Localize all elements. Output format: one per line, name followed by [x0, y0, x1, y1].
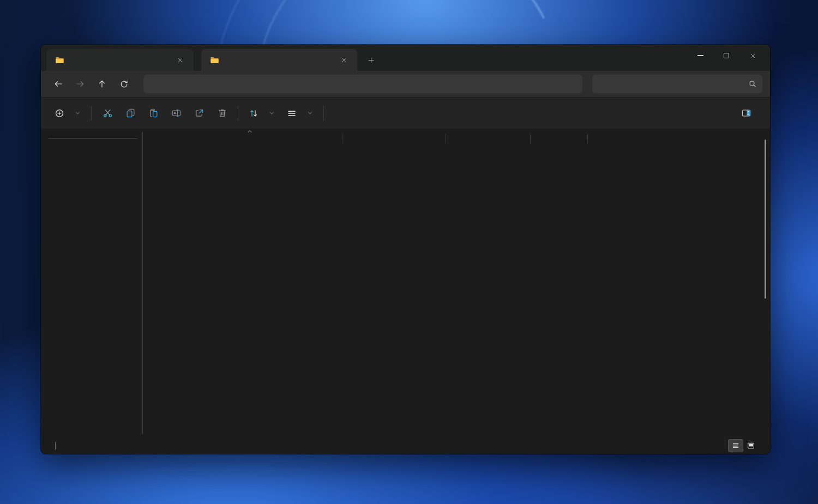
address-bar[interactable]	[143, 75, 582, 93]
details-view-toggle[interactable]	[729, 440, 743, 452]
chevron-down-icon	[75, 110, 81, 116]
search-icon[interactable]	[748, 80, 757, 88]
column-header-size[interactable]	[531, 129, 588, 148]
sidebar-divider	[49, 138, 137, 139]
desktop-wallpaper	[0, 0, 818, 504]
command-bar	[41, 97, 770, 129]
view-button[interactable]	[281, 103, 319, 124]
forward-button[interactable]	[70, 75, 90, 93]
view-lines-icon	[287, 108, 297, 118]
close-button[interactable]	[739, 46, 766, 65]
view-toggles	[729, 440, 758, 452]
back-button[interactable]	[49, 75, 68, 93]
search-input[interactable]	[598, 80, 748, 88]
copy-button[interactable]	[119, 103, 142, 124]
file-list-pane	[143, 129, 770, 438]
window-controls	[687, 45, 766, 66]
refresh-button[interactable]	[114, 75, 134, 93]
sidebar-gap	[41, 144, 143, 159]
new-button[interactable]	[49, 103, 87, 124]
status-divider	[55, 442, 56, 450]
minimize-button[interactable]	[687, 46, 713, 65]
column-header-type[interactable]	[446, 129, 531, 148]
navigation-bar	[41, 71, 770, 97]
search-box[interactable]	[592, 75, 762, 93]
maximize-button[interactable]	[713, 46, 739, 65]
up-button[interactable]	[92, 75, 112, 93]
column-header-name[interactable]	[153, 129, 342, 148]
toolbar-divider	[91, 106, 92, 120]
sort-button[interactable]	[243, 103, 281, 124]
delete-button[interactable]	[210, 103, 233, 124]
file-explorer-window	[41, 45, 770, 454]
folder-icon	[210, 56, 219, 65]
thumbnail-view-toggle[interactable]	[744, 440, 758, 452]
toolbar-divider	[238, 106, 238, 120]
chevron-down-icon	[269, 110, 275, 116]
tab-linux[interactable]	[201, 49, 357, 71]
main-area	[41, 129, 770, 438]
column-headers	[153, 129, 770, 148]
paste-button[interactable]	[142, 103, 165, 124]
new-tab-button[interactable]	[362, 51, 380, 69]
tab-strip	[41, 45, 770, 71]
details-pane-icon	[741, 108, 751, 118]
chevron-down-icon	[307, 110, 313, 116]
status-bar	[41, 438, 770, 454]
toolbar-divider	[323, 106, 324, 120]
tab-close-icon[interactable]	[173, 53, 187, 67]
tab-close-icon[interactable]	[336, 53, 351, 67]
tab-release[interactable]	[46, 49, 194, 71]
cut-button[interactable]	[96, 103, 119, 124]
share-button[interactable]	[188, 103, 210, 124]
rename-button[interactable]	[165, 103, 188, 124]
folder-icon	[55, 56, 64, 65]
column-header-date[interactable]	[342, 129, 446, 148]
sort-arrows-icon	[249, 108, 258, 118]
vertical-scrollbar[interactable]	[765, 139, 766, 299]
navigation-pane	[41, 129, 143, 438]
details-pane-button[interactable]	[735, 103, 762, 124]
more-options-button[interactable]	[328, 103, 351, 124]
plus-circle-icon	[55, 108, 64, 118]
